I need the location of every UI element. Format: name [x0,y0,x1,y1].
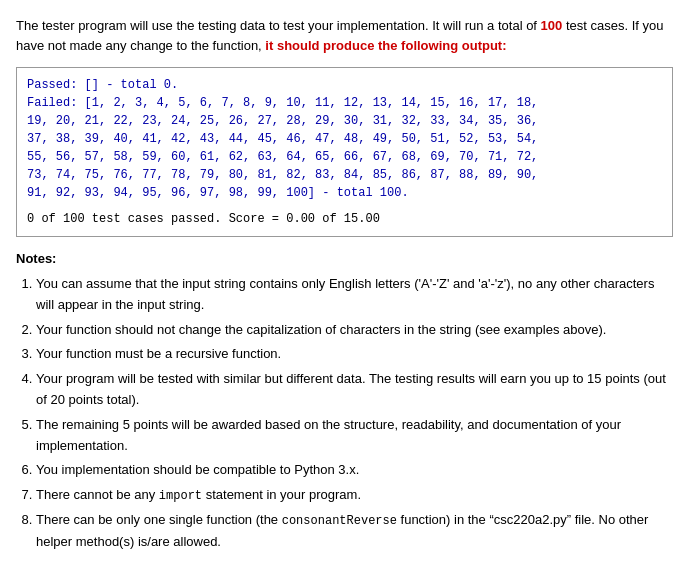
note-item-1: You can assume that the input string con… [36,274,673,316]
code-line-5: 55, 56, 57, 58, 59, 60, 61, 62, 63, 64, … [27,148,662,166]
code-import: import [159,489,202,503]
notes-heading: Notes: [16,251,673,266]
code-line-1: Passed: [] - total 0. [27,76,662,94]
note-item-2: Your function should not change the capi… [36,320,673,341]
code-line-6: 73, 74, 75, 76, 77, 78, 79, 80, 81, 82, … [27,166,662,184]
code-line-4: 37, 38, 39, 40, 41, 42, 43, 44, 45, 46, … [27,130,662,148]
notes-list: You can assume that the input string con… [16,274,673,561]
code-consonant-reverse: consonantReverse [282,514,397,528]
note-item-5: The remaining 5 points will be awarded b… [36,415,673,457]
code-line-3: 19, 20, 21, 22, 23, 24, 25, 26, 27, 28, … [27,112,662,130]
note-item-8: There can be only one single function (t… [36,510,673,552]
note-item-4: Your program will be tested with similar… [36,369,673,411]
code-line-7: 91, 92, 93, 94, 95, 96, 97, 98, 99, 100]… [27,184,662,202]
note-item-7: There cannot be any import statement in … [36,485,673,506]
code-line-2: Failed: [1, 2, 3, 4, 5, 6, 7, 8, 9, 10, … [27,94,662,112]
note-item-9: The tester contains a function “runTestC… [36,556,673,561]
code-output-box: Passed: [] - total 0. Failed: [1, 2, 3, … [16,67,673,237]
code-score-line: 0 of 100 test cases passed. Score = 0.00… [27,210,662,228]
note-item-6: You implementation should be compatible … [36,460,673,481]
highlight-output: it should produce the following output: [265,38,506,53]
note-item-3: Your function must be a recursive functi… [36,344,673,365]
highlight-100: 100 [541,18,563,33]
intro-paragraph: The tester program will use the testing … [16,16,673,55]
